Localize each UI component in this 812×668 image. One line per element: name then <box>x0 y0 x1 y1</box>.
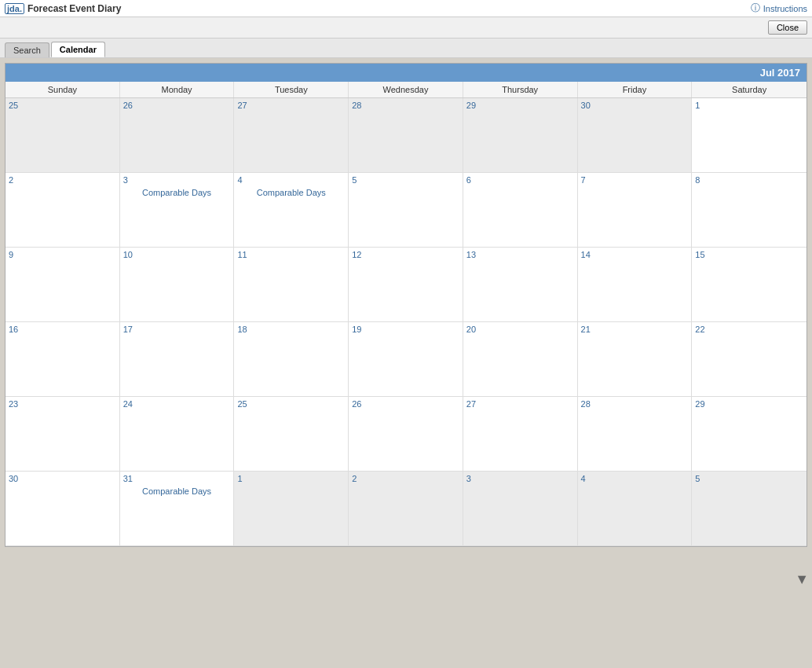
cell-date-number: 9 <box>9 250 116 259</box>
cell-date-number: 26 <box>123 101 231 110</box>
calendar-cell[interactable]: 4 <box>578 472 693 546</box>
cell-date-number: 25 <box>237 399 345 409</box>
calendar-cell[interactable]: 22 <box>692 322 807 397</box>
cell-date-number: 4 <box>581 474 689 483</box>
scroll-down-icon[interactable]: ▼ <box>795 571 809 588</box>
cell-date-number: 6 <box>466 175 574 185</box>
help-icon[interactable]: ⓘ <box>751 2 760 15</box>
calendar-cell[interactable]: 5 <box>349 173 463 248</box>
cell-date-number: 15 <box>695 250 803 259</box>
cell-date-number: 22 <box>695 325 803 334</box>
cell-date-number: 8 <box>695 175 803 185</box>
cell-date-number: 19 <box>352 325 459 334</box>
calendar-cell[interactable]: 27 <box>463 397 578 472</box>
calendar-cell[interactable]: 11 <box>234 248 349 322</box>
calendar-cell[interactable]: 28 <box>349 98 463 173</box>
calendar-cell[interactable]: 8 <box>692 173 807 248</box>
calendar-month-header: Jul 2017 <box>5 64 807 82</box>
calendar-cell[interactable]: 1 <box>692 98 807 173</box>
calendar-cell[interactable]: 16 <box>5 322 120 397</box>
toolbar: Close <box>0 17 812 39</box>
calendar-cell[interactable]: 23 <box>5 397 120 472</box>
cell-date-number: 29 <box>695 399 803 409</box>
cell-date-number: 11 <box>237 250 345 259</box>
calendar-cell[interactable]: 6 <box>463 173 578 248</box>
calendar-cell[interactable]: 12 <box>349 248 463 322</box>
cell-date-number: 3 <box>123 175 231 185</box>
calendar-event[interactable]: Comparable Days <box>123 486 231 496</box>
calendar-cell[interactable]: 20 <box>463 322 578 397</box>
cell-date-number: 29 <box>466 101 574 110</box>
calendar-cell[interactable]: 4Comparable Days <box>234 173 349 248</box>
calendar-cell[interactable]: 14 <box>578 248 693 322</box>
tab-bar: Search Calendar <box>0 39 812 58</box>
calendar-cell[interactable]: 10 <box>120 248 235 322</box>
calendar-cell[interactable]: 27 <box>234 98 349 173</box>
calendar-grid: 252627282930123Comparable Days4Comparabl… <box>5 98 807 546</box>
calendar-cell[interactable]: 29 <box>463 98 578 173</box>
calendar-cell[interactable]: 25 <box>5 98 120 173</box>
cell-date-number: 20 <box>466 325 574 334</box>
calendar-cell[interactable]: 30 <box>578 98 693 173</box>
cell-date-number: 30 <box>9 474 116 483</box>
cell-date-number: 5 <box>352 175 459 185</box>
calendar-cell[interactable]: 26 <box>349 397 463 472</box>
cell-date-number: 17 <box>123 325 231 334</box>
cell-date-number: 12 <box>352 250 459 259</box>
calendar-cell[interactable]: 28 <box>578 397 693 472</box>
calendar-cell[interactable]: 5 <box>692 472 807 546</box>
cell-date-number: 3 <box>466 474 574 483</box>
calendar-cell[interactable]: 26 <box>120 98 235 173</box>
cell-date-number: 26 <box>352 399 459 409</box>
day-sunday: Sunday <box>5 82 120 97</box>
tab-calendar[interactable]: Calendar <box>51 42 105 57</box>
cell-date-number: 1 <box>695 101 803 110</box>
calendar-event[interactable]: Comparable Days <box>123 188 231 197</box>
header-left: jda. Forecast Event Diary <box>5 3 121 14</box>
cell-date-number: 25 <box>9 101 116 110</box>
calendar-cell[interactable]: 18 <box>234 322 349 397</box>
calendar-cell[interactable]: 3 <box>463 472 578 546</box>
header-right: ⓘ Instructions <box>751 2 807 15</box>
close-button[interactable]: Close <box>768 20 807 35</box>
cell-date-number: 4 <box>237 175 345 185</box>
calendar-cell[interactable]: 1 <box>234 472 349 546</box>
calendar-cell[interactable]: 29 <box>692 397 807 472</box>
calendar-cell[interactable]: 31Comparable Days <box>120 472 235 546</box>
calendar-cell[interactable]: 13 <box>463 248 578 322</box>
calendar-container: Jul 2017 Sunday Monday Tuesday Wednesday… <box>5 63 807 547</box>
cell-date-number: 16 <box>9 325 116 334</box>
tab-search[interactable]: Search <box>5 42 49 57</box>
cell-date-number: 10 <box>123 250 231 259</box>
day-thursday: Thursday <box>463 82 578 97</box>
cell-date-number: 23 <box>9 399 116 409</box>
calendar-cell[interactable]: 9 <box>5 248 120 322</box>
calendar-cell[interactable]: 2 <box>349 472 463 546</box>
cell-date-number: 28 <box>352 101 459 110</box>
calendar-event[interactable]: Comparable Days <box>237 188 345 197</box>
calendar-cell[interactable]: 24 <box>120 397 235 472</box>
calendar-cell[interactable]: 25 <box>234 397 349 472</box>
cell-date-number: 14 <box>581 250 689 259</box>
calendar-cell[interactable]: 19 <box>349 322 463 397</box>
calendar-cell[interactable]: 7 <box>578 173 693 248</box>
app-header: jda. Forecast Event Diary ⓘ Instructions <box>0 0 812 17</box>
cell-date-number: 13 <box>466 250 574 259</box>
cell-date-number: 27 <box>466 399 574 409</box>
day-monday: Monday <box>120 82 235 97</box>
cell-date-number: 2 <box>9 175 116 185</box>
cell-date-number: 30 <box>581 101 689 110</box>
instructions-link[interactable]: Instructions <box>763 4 807 13</box>
calendar-cell[interactable]: 15 <box>692 248 807 322</box>
calendar-cell[interactable]: 21 <box>578 322 693 397</box>
cell-date-number: 18 <box>237 325 345 334</box>
calendar-cell[interactable]: 2 <box>5 173 120 248</box>
calendar-cell[interactable]: 17 <box>120 322 235 397</box>
cell-date-number: 5 <box>695 474 803 483</box>
cell-date-number: 1 <box>237 474 345 483</box>
app-title: Forecast Event Diary <box>27 3 121 14</box>
calendar-cell[interactable]: 3Comparable Days <box>120 173 235 248</box>
cell-date-number: 2 <box>352 474 459 483</box>
calendar-cell[interactable]: 30 <box>5 472 120 546</box>
cell-date-number: 27 <box>237 101 345 110</box>
